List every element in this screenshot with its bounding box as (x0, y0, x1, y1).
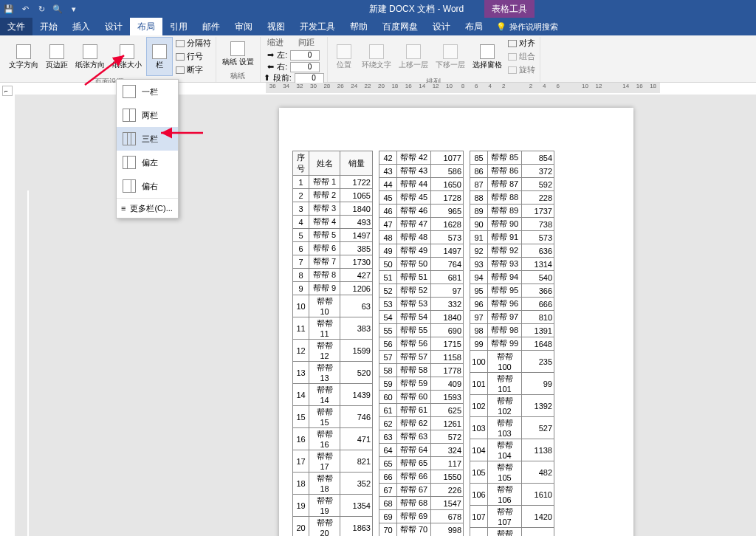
save-icon[interactable]: 💾 (3, 3, 15, 15)
tab-baidu[interactable]: 百度网盘 (375, 18, 425, 35)
align-button[interactable]: 对齐 (506, 37, 537, 49)
table-row[interactable]: 102帮帮 1021392 (470, 395, 554, 417)
table-row[interactable]: 58帮帮 581778 (379, 364, 464, 377)
indent-left-input[interactable]: 0 (290, 50, 320, 61)
table-row[interactable]: 98帮帮 981391 (470, 324, 554, 337)
tab-file[interactable]: 文件 (0, 18, 32, 35)
table-row[interactable]: 3帮帮 31840 (293, 202, 373, 216)
table-row[interactable]: 57帮帮 571158 (379, 351, 464, 364)
table-row[interactable]: 48帮帮 48573 (379, 231, 464, 244)
table-row[interactable]: 69帮帮 69678 (379, 510, 464, 523)
manuscript-button[interactable]: 稿纸 设置 (219, 37, 257, 70)
table-row[interactable]: 70帮帮 70998 (379, 523, 464, 537)
table-row[interactable]: 10帮帮 1063 (293, 295, 373, 317)
columns-button[interactable]: 栏 (146, 37, 173, 76)
table-row[interactable]: 96帮帮 96666 (470, 298, 554, 311)
table-row[interactable]: 103帮帮 103527 (470, 417, 554, 439)
print-preview-icon[interactable]: 🔍 (52, 3, 63, 15)
table-row[interactable]: 92帮帮 92636 (470, 244, 554, 258)
table-row[interactable]: 66帮帮 661550 (379, 470, 464, 484)
table-row[interactable]: 6帮帮 6385 (293, 242, 373, 255)
tab-insert[interactable]: 插入 (65, 18, 97, 35)
tab-selector[interactable]: ⌐ (2, 86, 13, 96)
table-row[interactable]: 2帮帮 21065 (293, 189, 373, 202)
table-row[interactable]: 44帮帮 441650 (379, 178, 464, 191)
columns-two[interactable]: 两栏 (117, 103, 178, 127)
table-row[interactable]: 46帮帮 46965 (379, 205, 464, 218)
forward-button[interactable]: 上移一层 (396, 37, 431, 76)
table-row[interactable]: 15帮帮 15746 (293, 406, 373, 428)
redo-icon[interactable]: ↻ (35, 3, 47, 15)
table-row[interactable]: 94帮帮 94540 (470, 271, 554, 284)
tab-mailings[interactable]: 邮件 (195, 18, 227, 35)
tab-layout[interactable]: 布局 (130, 18, 162, 35)
table-row[interactable]: 13帮帮 13520 (293, 362, 373, 384)
table-row[interactable]: 63帮帮 63572 (379, 430, 464, 444)
tab-ctx-design[interactable]: 设计 (425, 18, 458, 35)
indent-right-input[interactable]: 0 (290, 62, 320, 72)
tab-review[interactable]: 审阅 (227, 18, 260, 35)
tab-ctx-layout[interactable]: 布局 (458, 18, 490, 35)
tab-home[interactable]: 开始 (32, 18, 65, 35)
data-table-1[interactable]: 序 号姓名销量1帮帮 117222帮帮 210653帮帮 318404帮帮 44… (292, 151, 373, 536)
table-row[interactable]: 64帮帮 64324 (379, 444, 464, 457)
table-row[interactable]: 60帮帮 601593 (379, 391, 464, 404)
table-row[interactable]: 67帮帮 67226 (379, 484, 464, 497)
vertical-ruler[interactable] (17, 190, 29, 536)
space-before-input[interactable]: 0 (295, 73, 324, 83)
backward-button[interactable]: 下移一层 (433, 37, 468, 76)
table-row[interactable]: 51帮帮 51681 (379, 271, 464, 284)
table-row[interactable]: 91帮帮 91573 (470, 231, 554, 244)
line-numbers-button[interactable]: 行号 (174, 50, 213, 63)
table-row[interactable]: 104帮帮 1041138 (470, 439, 554, 461)
table-row[interactable]: 18帮帮 18352 (293, 473, 373, 495)
table-row[interactable]: 49帮帮 491497 (379, 244, 464, 258)
columns-more[interactable]: ≡更多栏(C)... (117, 199, 178, 218)
table-row[interactable]: 89帮帮 891737 (470, 205, 554, 218)
table-row[interactable]: 87帮帮 87592 (470, 178, 554, 191)
table-row[interactable]: 65帮帮 65117 (379, 457, 464, 470)
table-row[interactable]: 50帮帮 50764 (379, 258, 464, 271)
margins-button[interactable]: 页边距 (43, 37, 71, 76)
table-row[interactable]: 11帮帮 11383 (293, 317, 373, 340)
table-row[interactable]: 9帮帮 91206 (293, 282, 373, 295)
wrap-button[interactable]: 环绕文字 (359, 37, 394, 76)
table-row[interactable]: 12帮帮 121599 (293, 340, 373, 362)
tab-references[interactable]: 引用 (162, 18, 195, 35)
table-row[interactable]: 19帮帮 191354 (293, 495, 373, 517)
data-table-2[interactable]: 42帮帮 42107743帮帮 4358644帮帮 44165045帮帮 451… (379, 151, 464, 536)
position-button[interactable]: 位置 (331, 37, 357, 76)
table-row[interactable]: 99帮帮 991648 (470, 337, 554, 351)
undo-icon[interactable]: ↶ (19, 3, 31, 15)
table-row[interactable]: 93帮帮 931314 (470, 258, 554, 271)
table-row[interactable]: 7帮帮 71730 (293, 255, 373, 269)
group-button[interactable]: 组合 (506, 50, 537, 63)
table-row[interactable]: 95帮帮 95366 (470, 284, 554, 298)
table-row[interactable]: 59帮帮 59409 (379, 377, 464, 391)
columns-right[interactable]: 偏右 (117, 174, 178, 198)
table-row[interactable]: 16帮帮 16471 (293, 428, 373, 450)
data-table-3[interactable]: 85帮帮 8585486帮帮 8637287帮帮 8759288帮帮 88228… (470, 151, 554, 536)
table-row[interactable]: 100帮帮 100235 (470, 351, 554, 373)
tab-developer[interactable]: 开发工具 (292, 18, 343, 35)
table-row[interactable]: 68帮帮 681547 (379, 497, 464, 510)
table-row[interactable]: 47帮帮 471628 (379, 218, 464, 231)
table-row[interactable]: 101帮帮 10199 (470, 373, 554, 395)
table-row[interactable]: 107帮帮 1071420 (470, 506, 554, 528)
table-row[interactable]: 86帮帮 86372 (470, 165, 554, 178)
table-row[interactable]: 4帮帮 4493 (293, 216, 373, 229)
table-row[interactable]: 17帮帮 17821 (293, 450, 373, 473)
tab-design[interactable]: 设计 (97, 18, 130, 35)
table-row[interactable]: 5帮帮 51497 (293, 229, 373, 242)
table-row[interactable]: 61帮帮 61625 (379, 404, 464, 417)
table-row[interactable]: 53帮帮 53332 (379, 298, 464, 311)
table-row[interactable]: 8帮帮 8427 (293, 269, 373, 282)
table-row[interactable]: 56帮帮 561715 (379, 337, 464, 351)
table-row[interactable]: 90帮帮 90738 (470, 218, 554, 231)
table-row[interactable]: 20帮帮 201863 (293, 517, 373, 537)
table-row[interactable]: 42帮帮 421077 (379, 151, 464, 165)
qat-more-icon[interactable]: ▾ (68, 3, 80, 15)
tab-view[interactable]: 视图 (260, 18, 292, 35)
table-row[interactable]: 88帮帮 88228 (470, 191, 554, 205)
table-row[interactable]: 14帮帮 141439 (293, 384, 373, 406)
